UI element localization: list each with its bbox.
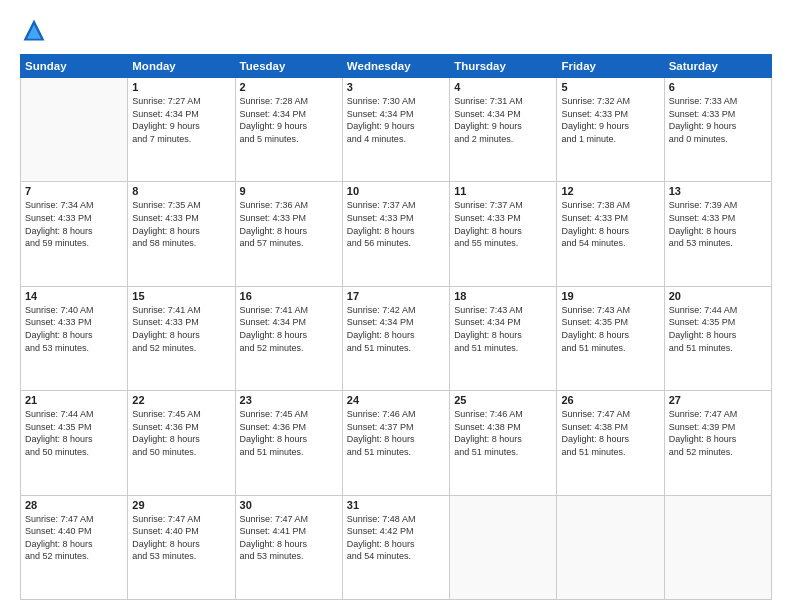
header	[20, 16, 772, 44]
calendar-week-0: 1Sunrise: 7:27 AM Sunset: 4:34 PM Daylig…	[21, 78, 772, 182]
day-number: 22	[132, 394, 230, 406]
day-number: 19	[561, 290, 659, 302]
calendar-cell: 30Sunrise: 7:47 AM Sunset: 4:41 PM Dayli…	[235, 495, 342, 599]
calendar-cell: 7Sunrise: 7:34 AM Sunset: 4:33 PM Daylig…	[21, 182, 128, 286]
day-number: 16	[240, 290, 338, 302]
day-info: Sunrise: 7:44 AM Sunset: 4:35 PM Dayligh…	[25, 408, 123, 458]
day-number: 29	[132, 499, 230, 511]
calendar-cell: 6Sunrise: 7:33 AM Sunset: 4:33 PM Daylig…	[664, 78, 771, 182]
calendar-cell: 24Sunrise: 7:46 AM Sunset: 4:37 PM Dayli…	[342, 391, 449, 495]
day-number: 9	[240, 185, 338, 197]
day-number: 14	[25, 290, 123, 302]
calendar-cell: 12Sunrise: 7:38 AM Sunset: 4:33 PM Dayli…	[557, 182, 664, 286]
day-info: Sunrise: 7:45 AM Sunset: 4:36 PM Dayligh…	[240, 408, 338, 458]
day-number: 26	[561, 394, 659, 406]
calendar-cell: 31Sunrise: 7:48 AM Sunset: 4:42 PM Dayli…	[342, 495, 449, 599]
calendar-cell: 10Sunrise: 7:37 AM Sunset: 4:33 PM Dayli…	[342, 182, 449, 286]
day-info: Sunrise: 7:34 AM Sunset: 4:33 PM Dayligh…	[25, 199, 123, 249]
calendar-week-2: 14Sunrise: 7:40 AM Sunset: 4:33 PM Dayli…	[21, 286, 772, 390]
day-number: 24	[347, 394, 445, 406]
day-number: 6	[669, 81, 767, 93]
calendar-cell	[450, 495, 557, 599]
day-number: 30	[240, 499, 338, 511]
calendar-week-3: 21Sunrise: 7:44 AM Sunset: 4:35 PM Dayli…	[21, 391, 772, 495]
day-number: 31	[347, 499, 445, 511]
day-number: 3	[347, 81, 445, 93]
day-info: Sunrise: 7:36 AM Sunset: 4:33 PM Dayligh…	[240, 199, 338, 249]
day-info: Sunrise: 7:39 AM Sunset: 4:33 PM Dayligh…	[669, 199, 767, 249]
day-number: 1	[132, 81, 230, 93]
day-info: Sunrise: 7:47 AM Sunset: 4:40 PM Dayligh…	[25, 513, 123, 563]
logo	[20, 16, 52, 44]
day-info: Sunrise: 7:46 AM Sunset: 4:38 PM Dayligh…	[454, 408, 552, 458]
day-number: 5	[561, 81, 659, 93]
calendar-cell: 3Sunrise: 7:30 AM Sunset: 4:34 PM Daylig…	[342, 78, 449, 182]
day-info: Sunrise: 7:43 AM Sunset: 4:35 PM Dayligh…	[561, 304, 659, 354]
calendar-cell: 19Sunrise: 7:43 AM Sunset: 4:35 PM Dayli…	[557, 286, 664, 390]
calendar-cell: 16Sunrise: 7:41 AM Sunset: 4:34 PM Dayli…	[235, 286, 342, 390]
calendar-cell: 9Sunrise: 7:36 AM Sunset: 4:33 PM Daylig…	[235, 182, 342, 286]
calendar-cell: 11Sunrise: 7:37 AM Sunset: 4:33 PM Dayli…	[450, 182, 557, 286]
day-info: Sunrise: 7:30 AM Sunset: 4:34 PM Dayligh…	[347, 95, 445, 145]
day-info: Sunrise: 7:47 AM Sunset: 4:38 PM Dayligh…	[561, 408, 659, 458]
calendar-cell: 27Sunrise: 7:47 AM Sunset: 4:39 PM Dayli…	[664, 391, 771, 495]
day-info: Sunrise: 7:40 AM Sunset: 4:33 PM Dayligh…	[25, 304, 123, 354]
weekday-header-sunday: Sunday	[21, 55, 128, 78]
weekday-header-thursday: Thursday	[450, 55, 557, 78]
day-info: Sunrise: 7:41 AM Sunset: 4:33 PM Dayligh…	[132, 304, 230, 354]
day-info: Sunrise: 7:47 AM Sunset: 4:40 PM Dayligh…	[132, 513, 230, 563]
calendar-cell: 14Sunrise: 7:40 AM Sunset: 4:33 PM Dayli…	[21, 286, 128, 390]
weekday-header-saturday: Saturday	[664, 55, 771, 78]
calendar-cell	[21, 78, 128, 182]
day-number: 27	[669, 394, 767, 406]
calendar-cell: 20Sunrise: 7:44 AM Sunset: 4:35 PM Dayli…	[664, 286, 771, 390]
calendar-cell: 26Sunrise: 7:47 AM Sunset: 4:38 PM Dayli…	[557, 391, 664, 495]
calendar-cell: 23Sunrise: 7:45 AM Sunset: 4:36 PM Dayli…	[235, 391, 342, 495]
day-number: 18	[454, 290, 552, 302]
calendar-cell: 28Sunrise: 7:47 AM Sunset: 4:40 PM Dayli…	[21, 495, 128, 599]
day-number: 20	[669, 290, 767, 302]
day-info: Sunrise: 7:43 AM Sunset: 4:34 PM Dayligh…	[454, 304, 552, 354]
day-info: Sunrise: 7:47 AM Sunset: 4:39 PM Dayligh…	[669, 408, 767, 458]
weekday-header-wednesday: Wednesday	[342, 55, 449, 78]
day-number: 2	[240, 81, 338, 93]
day-number: 13	[669, 185, 767, 197]
day-number: 12	[561, 185, 659, 197]
calendar-cell: 21Sunrise: 7:44 AM Sunset: 4:35 PM Dayli…	[21, 391, 128, 495]
calendar-cell: 22Sunrise: 7:45 AM Sunset: 4:36 PM Dayli…	[128, 391, 235, 495]
day-number: 25	[454, 394, 552, 406]
day-number: 21	[25, 394, 123, 406]
weekday-header-tuesday: Tuesday	[235, 55, 342, 78]
calendar-cell: 15Sunrise: 7:41 AM Sunset: 4:33 PM Dayli…	[128, 286, 235, 390]
day-info: Sunrise: 7:42 AM Sunset: 4:34 PM Dayligh…	[347, 304, 445, 354]
calendar-cell: 17Sunrise: 7:42 AM Sunset: 4:34 PM Dayli…	[342, 286, 449, 390]
weekday-header-monday: Monday	[128, 55, 235, 78]
day-info: Sunrise: 7:38 AM Sunset: 4:33 PM Dayligh…	[561, 199, 659, 249]
day-info: Sunrise: 7:47 AM Sunset: 4:41 PM Dayligh…	[240, 513, 338, 563]
day-number: 11	[454, 185, 552, 197]
day-info: Sunrise: 7:48 AM Sunset: 4:42 PM Dayligh…	[347, 513, 445, 563]
day-info: Sunrise: 7:33 AM Sunset: 4:33 PM Dayligh…	[669, 95, 767, 145]
calendar-week-1: 7Sunrise: 7:34 AM Sunset: 4:33 PM Daylig…	[21, 182, 772, 286]
day-info: Sunrise: 7:28 AM Sunset: 4:34 PM Dayligh…	[240, 95, 338, 145]
day-number: 8	[132, 185, 230, 197]
page: SundayMondayTuesdayWednesdayThursdayFrid…	[0, 0, 792, 612]
day-info: Sunrise: 7:37 AM Sunset: 4:33 PM Dayligh…	[347, 199, 445, 249]
calendar-cell: 5Sunrise: 7:32 AM Sunset: 4:33 PM Daylig…	[557, 78, 664, 182]
day-number: 4	[454, 81, 552, 93]
day-number: 17	[347, 290, 445, 302]
calendar-cell	[557, 495, 664, 599]
calendar-cell: 29Sunrise: 7:47 AM Sunset: 4:40 PM Dayli…	[128, 495, 235, 599]
day-info: Sunrise: 7:31 AM Sunset: 4:34 PM Dayligh…	[454, 95, 552, 145]
calendar-cell: 4Sunrise: 7:31 AM Sunset: 4:34 PM Daylig…	[450, 78, 557, 182]
header-row: SundayMondayTuesdayWednesdayThursdayFrid…	[21, 55, 772, 78]
day-number: 28	[25, 499, 123, 511]
calendar-cell: 25Sunrise: 7:46 AM Sunset: 4:38 PM Dayli…	[450, 391, 557, 495]
day-info: Sunrise: 7:45 AM Sunset: 4:36 PM Dayligh…	[132, 408, 230, 458]
weekday-header-friday: Friday	[557, 55, 664, 78]
day-info: Sunrise: 7:27 AM Sunset: 4:34 PM Dayligh…	[132, 95, 230, 145]
calendar-cell	[664, 495, 771, 599]
calendar-cell: 18Sunrise: 7:43 AM Sunset: 4:34 PM Dayli…	[450, 286, 557, 390]
calendar-table: SundayMondayTuesdayWednesdayThursdayFrid…	[20, 54, 772, 600]
calendar-week-4: 28Sunrise: 7:47 AM Sunset: 4:40 PM Dayli…	[21, 495, 772, 599]
